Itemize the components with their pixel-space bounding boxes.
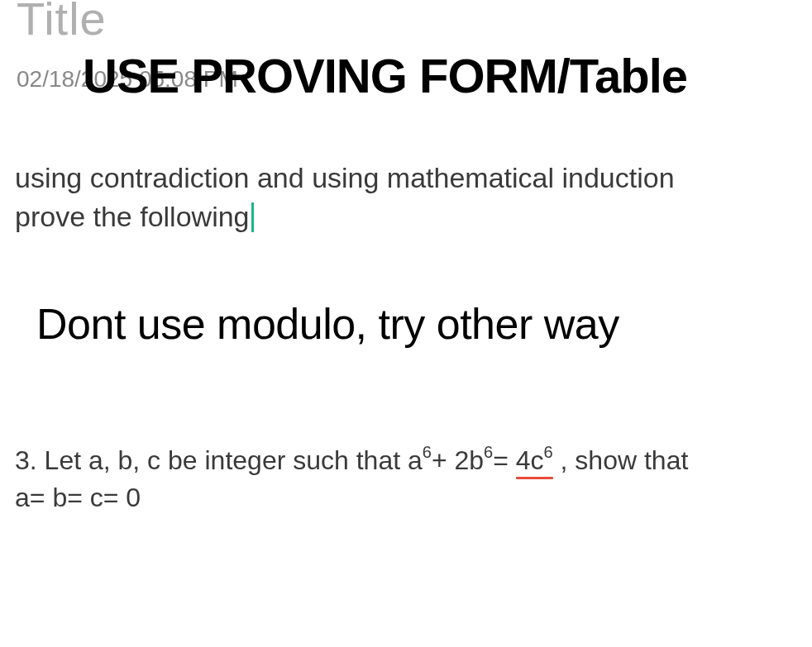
title-placeholder: Title: [17, 0, 107, 45]
problem-equals: =: [493, 445, 516, 475]
instruction-line-2[interactable]: prove the following: [15, 201, 254, 234]
problem-line-2: a= b= c= 0: [15, 483, 141, 513]
instruction-part1: prove the follo: [15, 201, 192, 232]
instruction-part2: ing: [212, 201, 249, 232]
overlay-header: USE PROVING FORM/Table: [83, 48, 687, 103]
instruction-masked: w: [192, 201, 213, 232]
problem-suffix: , show that: [553, 445, 689, 475]
superscript-2: 6: [484, 443, 493, 461]
instruction-line-1: using contradiction and using mathematic…: [15, 162, 675, 194]
text-cursor: [251, 202, 254, 232]
problem-line-1: 3. Let a, b, c be integer such that a6+ …: [15, 445, 688, 476]
problem-plus: + 2b: [432, 445, 484, 475]
superscript-1: 6: [423, 443, 432, 461]
problem-prefix: 3. Let a, b, c be integer such that a: [15, 445, 423, 475]
overlay-note: Dont use modulo, try other way: [36, 299, 619, 349]
underlined-text: 4c: [516, 445, 544, 475]
underlined-term: 4c6: [516, 445, 553, 476]
superscript-3: 6: [544, 443, 553, 461]
